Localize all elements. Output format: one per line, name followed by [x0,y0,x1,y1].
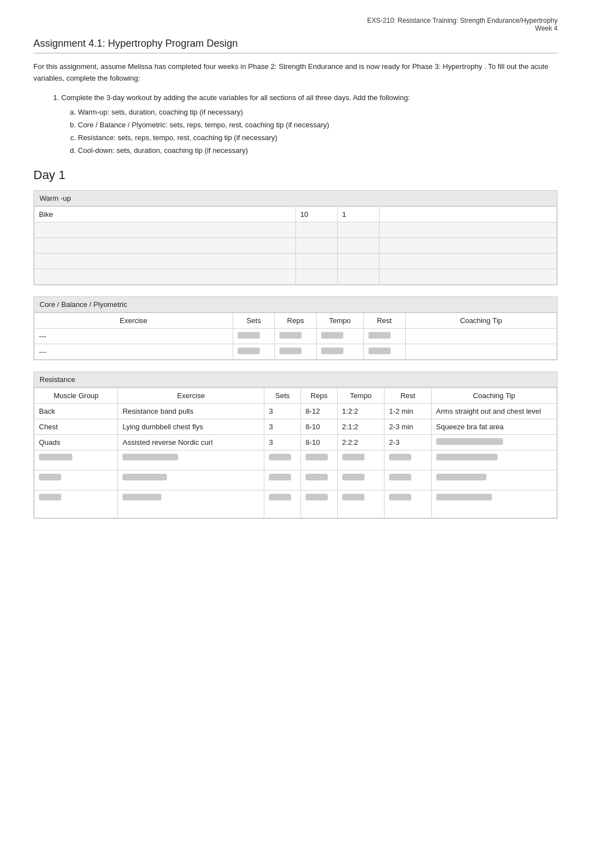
res-header-rest: Rest [385,388,432,403]
header-line1: EXS-210: Resistance Training: Strength E… [33,17,558,24]
instruction-item-1: Complete the 3-day workout by adding the… [61,92,558,157]
sub-item-a: Warm-up: sets, duration, coaching tip (i… [78,107,558,118]
warmup-col2: 10 [296,206,337,222]
res-exercise-1: Resistance band pulls [118,403,264,419]
table-row [35,470,557,490]
warmup-col3: 1 [337,206,379,222]
day1-heading: Day 1 [33,168,558,182]
res-exercise-3: Assisted reverse Nordic curl [118,434,264,450]
core-sets-2 [233,344,274,359]
instructions: Complete the 3-day workout by adding the… [50,92,558,157]
table-row: Chest Lying dumbbell chest flys 3 8-10 2… [35,419,557,434]
core-header-row: Exercise Sets Reps Tempo Rest Coaching T… [35,313,557,328]
table-row: Back Resistance band pulls 3 8-12 1:2:2 … [35,403,557,419]
res-header-muscle: Muscle Group [35,388,118,403]
res-tip-3 [431,434,556,450]
core-exercise-1: --- [35,328,233,344]
table-row [35,237,557,253]
core-header-reps: Reps [274,313,316,328]
res-sets-1: 3 [264,403,301,419]
table-row: --- [35,344,557,359]
core-header-exercise: Exercise [35,313,233,328]
core-header-tempo: Tempo [317,313,364,328]
header-line2: Week 4 [33,24,558,32]
core-exercise-2: --- [35,344,233,359]
core-section-header: Core / Balance / Plyometric [34,297,557,313]
table-row: Bike 10 1 [35,206,557,222]
sub-item-b: Core / Balance / Plyometric: sets, reps,… [78,120,558,131]
res-tip-2: Squeeze bra fat area [431,419,556,434]
res-muscle-3: Quads [35,434,118,450]
res-tempo-2: 2:1:2 [337,419,385,434]
resistance-table: Muscle Group Exercise Sets Reps Tempo Re… [34,388,557,518]
core-tempo-2 [317,344,364,359]
res-muscle-1: Back [35,403,118,419]
core-sets-1 [233,328,274,344]
core-reps-2 [274,344,316,359]
res-muscle-2: Chest [35,419,118,434]
core-table: Exercise Sets Reps Tempo Rest Coaching T… [34,313,557,360]
assignment-title: Assignment 4.1: Hypertrophy Program Desi… [33,38,558,53]
warmup-exercise: Bike [35,206,296,222]
core-header-tip: Coaching Tip [405,313,556,328]
warmup-section-header: Warm -up [34,191,557,206]
core-tempo-1 [317,328,364,344]
res-rest-3: 2-3 [385,434,432,450]
warmup-table: Bike 10 1 [34,206,557,285]
table-row [35,222,557,237]
core-section: Core / Balance / Plyometric Exercise Set… [33,296,558,360]
table-row: --- [35,328,557,344]
res-header-exercise: Exercise [118,388,264,403]
res-sets-2: 3 [264,419,301,434]
core-header-rest: Rest [363,313,405,328]
core-reps-1 [274,328,316,344]
warmup-col4 [379,206,556,222]
resistance-section: Resistance Muscle Group Exercise Sets Re… [33,371,558,519]
page-header: EXS-210: Resistance Training: Strength E… [33,17,558,32]
table-row [35,450,557,470]
res-tempo-3: 2:2:2 [337,434,385,450]
res-sets-3: 3 [264,434,301,450]
table-row [35,490,557,518]
sub-item-c: Resistance: sets, reps, tempo, rest, coa… [78,132,558,144]
res-tempo-1: 1:2:2 [337,403,385,419]
res-reps-2: 8-10 [301,419,337,434]
res-header-reps: Reps [301,388,337,403]
table-row [35,269,557,284]
res-rest-2: 2-3 min [385,419,432,434]
res-header-tip: Coaching Tip [431,388,556,403]
res-header-tempo: Tempo [337,388,385,403]
table-row [35,253,557,269]
core-rest-2 [363,344,405,359]
core-tip-2 [405,344,556,359]
core-tip-1 [405,328,556,344]
intro-text: For this assignment, assume Melissa has … [33,61,558,85]
res-reps-3: 8-10 [301,434,337,450]
core-rest-1 [363,328,405,344]
res-header-sets: Sets [264,388,301,403]
warmup-section: Warm -up Bike 10 1 [33,190,558,285]
table-row: Quads Assisted reverse Nordic curl 3 8-1… [35,434,557,450]
res-rest-1: 1-2 min [385,403,432,419]
resistance-header-row: Muscle Group Exercise Sets Reps Tempo Re… [35,388,557,403]
core-header-sets: Sets [233,313,274,328]
res-tip-1: Arms straight out and chest level [431,403,556,419]
res-exercise-2: Lying dumbbell chest flys [118,419,264,434]
resistance-section-header: Resistance [34,372,557,388]
sub-item-d: Cool-down: sets, duration, coaching tip … [78,145,558,157]
res-reps-1: 8-12 [301,403,337,419]
